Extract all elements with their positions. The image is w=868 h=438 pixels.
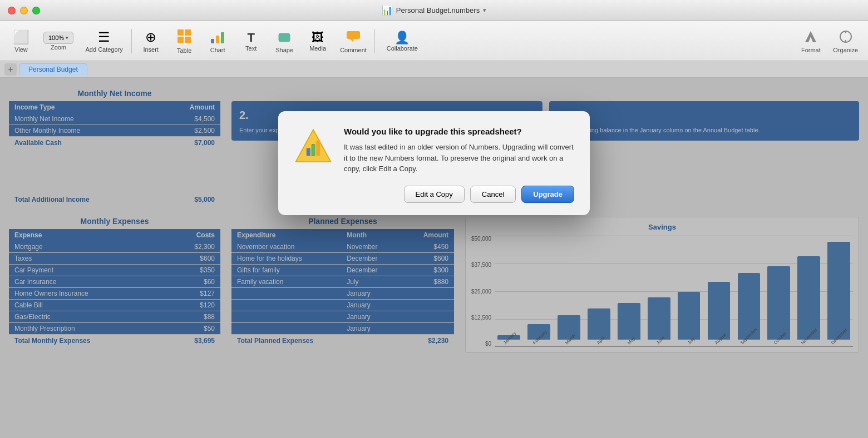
svg-rect-4 — [211, 39, 214, 43]
sheet-tabs: + Personal Budget — [0, 61, 868, 78]
sheet-tab-personal-budget[interactable]: Personal Budget — [19, 63, 87, 75]
svg-rect-3 — [185, 37, 191, 43]
modal-content: ! Would you like to upgrade this spreads… — [294, 127, 574, 175]
modal-overlay: ! Would you like to upgrade this spreads… — [0, 78, 868, 438]
svg-rect-0 — [177, 29, 184, 36]
numbers-icon: 📊 — [382, 5, 393, 16]
svg-rect-17 — [316, 141, 320, 156]
toolbar-text[interactable]: T Text — [234, 24, 268, 58]
toolbar-collaborate[interactable]: 👤 Collaborate — [377, 24, 427, 58]
format-icon — [803, 29, 818, 47]
modal-title: Would you like to upgrade this spreadshe… — [344, 127, 574, 136]
svg-rect-6 — [221, 32, 224, 43]
upgrade-button[interactable]: Upgrade — [521, 186, 574, 203]
close-button[interactable] — [8, 7, 16, 14]
modal-buttons: Edit a Copy Cancel Upgrade — [294, 186, 574, 203]
organize-icon — [838, 29, 854, 47]
toolbar-divider-2 — [374, 29, 375, 53]
main-content: Monthly Net Income Income Type Amount Mo… — [0, 78, 868, 438]
modal-text: Would you like to upgrade this spreadshe… — [344, 127, 574, 175]
minimize-button[interactable] — [20, 7, 28, 14]
upgrade-modal: ! Would you like to upgrade this spreads… — [278, 111, 590, 215]
comment-icon — [346, 29, 361, 47]
toolbar-table[interactable]: Table — [167, 24, 201, 58]
insert-icon: ⊕ — [145, 29, 156, 45]
title-bar: 📊 Personal Budget.numbers ▾ — [0, 0, 868, 21]
zoom-dropdown[interactable]: 100% ▾ — [43, 32, 73, 44]
title-dropdown-icon[interactable]: ▾ — [483, 7, 486, 14]
toolbar: ⬜ View 100% ▾ Zoom ☰ Add Category ⊕ Inse… — [0, 21, 868, 61]
window-title: 📊 Personal Budget.numbers ▾ — [382, 5, 486, 16]
shape-icon — [277, 29, 292, 47]
media-icon: 🖼 — [312, 31, 324, 45]
toolbar-organize[interactable]: Organize — [827, 24, 864, 58]
toolbar-view[interactable]: ⬜ View — [4, 24, 38, 58]
toolbar-zoom[interactable]: 100% ▾ Zoom — [38, 24, 79, 58]
svg-rect-1 — [185, 29, 191, 36]
svg-rect-8 — [347, 31, 360, 39]
svg-marker-9 — [350, 39, 353, 42]
edit-copy-button[interactable]: Edit a Copy — [404, 186, 465, 203]
chart-icon — [210, 29, 225, 47]
modal-body: It was last edited in an older version o… — [344, 142, 574, 175]
toolbar-media[interactable]: 🖼 Media — [301, 24, 334, 58]
toolbar-insert[interactable]: ⊕ Insert — [134, 24, 167, 58]
toolbar-chart[interactable]: Chart — [201, 24, 234, 58]
table-icon — [176, 28, 192, 47]
view-icon: ⬜ — [13, 29, 29, 45]
zoom-caret: ▾ — [66, 35, 68, 41]
add-category-icon: ☰ — [98, 29, 110, 45]
text-icon: T — [247, 31, 254, 45]
toolbar-format[interactable]: Format — [794, 24, 827, 58]
svg-rect-2 — [177, 37, 184, 43]
window-controls — [8, 7, 40, 14]
toolbar-shape[interactable]: Shape — [268, 24, 301, 58]
svg-rect-15 — [307, 148, 310, 156]
add-sheet-button[interactable]: + — [4, 63, 17, 76]
collaborate-icon: 👤 — [394, 31, 410, 45]
warning-icon: ! — [294, 127, 333, 166]
maximize-button[interactable] — [32, 7, 40, 14]
toolbar-comment[interactable]: Comment — [334, 24, 372, 58]
toolbar-divider-1 — [131, 29, 132, 53]
cancel-button[interactable]: Cancel — [470, 186, 516, 203]
svg-rect-5 — [216, 36, 219, 43]
svg-rect-7 — [279, 33, 290, 42]
toolbar-add-category[interactable]: ☰ Add Category — [79, 24, 129, 58]
svg-rect-16 — [312, 145, 315, 156]
